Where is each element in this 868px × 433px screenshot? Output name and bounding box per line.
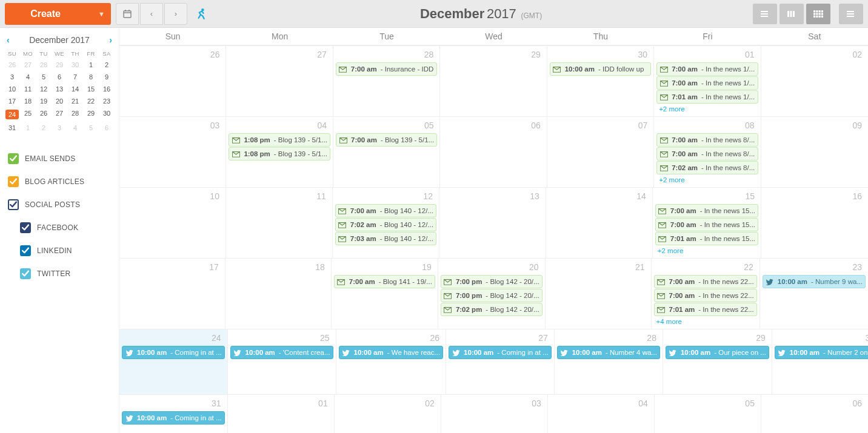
calendar-event[interactable]: 7:00 pm - Blog 142 - 20/... [441,275,542,288]
mini-day[interactable]: 18 [20,95,36,107]
mini-day[interactable]: 9 [99,71,115,83]
calendar-event[interactable]: 10:00 am - Number 2 on ... [775,346,868,359]
mini-day[interactable]: 22 [83,95,99,107]
filter-blog[interactable]: BLOG ARTICLES [8,170,116,193]
more-link[interactable]: +2 more [654,246,760,256]
mini-day[interactable]: 2 [99,59,115,71]
calendar-event[interactable]: 10:00 am - We have reac... [339,346,444,359]
more-link[interactable]: +2 more [655,175,759,185]
calendar-event[interactable]: 7:00 am - Blog 141 - 19/... [334,275,435,288]
calendar-event[interactable]: 7:01 am - In the news 22... [654,303,757,316]
calendar-cell[interactable]: 03 [119,117,226,187]
mini-day[interactable]: 16 [99,83,115,95]
calendar-cell[interactable]: 16 [761,188,868,258]
calendar-cell[interactable]: 041:08 pm - Blog 139 - 5/1...1:08 pm - B… [226,117,333,187]
calendar-cell[interactable]: 29 [440,46,547,116]
view-list-button[interactable] [839,4,863,24]
calendar-cell[interactable]: 06 [440,117,547,187]
filter-twitter[interactable]: TWITTER [20,262,116,285]
filter-facebook[interactable]: FACEBOOK [20,216,116,239]
calendar-event[interactable]: 10:00 am - Our piece on ... [666,346,769,359]
calendar-cell[interactable]: 11 [226,188,333,258]
calendar-cell[interactable]: 21 [546,259,652,329]
more-link[interactable]: +2 more [655,104,759,114]
mini-day[interactable]: 30 [99,107,115,122]
calendar-cell[interactable]: 3010:00 am - IDD follow up [547,46,654,116]
mini-day[interactable]: 4 [67,122,83,134]
calendar-event[interactable]: 7:01 am - In the news 15... [655,232,758,245]
mini-day[interactable]: 11 [20,83,36,95]
mini-day[interactable]: 5 [36,71,52,83]
calendar-event[interactable]: 7:00 am - In the news 22... [654,289,757,302]
calendar-cell[interactable]: 017:00 am - In the news 1/...7:00 am - I… [654,46,761,116]
calendar-cell[interactable]: 3110:00 am - Coming in at ... [119,395,228,433]
calendar-cell[interactable]: 09 [761,117,868,187]
calendar-cell[interactable]: 3010:00 am - Number 2 on ... [772,329,868,394]
calendar-cell[interactable]: 05 [655,395,761,433]
calendar-cell[interactable]: 18 [225,259,332,329]
mini-day[interactable]: 21 [67,95,83,107]
mini-day[interactable]: 17 [4,95,20,107]
mini-day[interactable]: 30 [67,59,83,71]
mini-day[interactable]: 1 [20,122,36,134]
calendar-cell[interactable]: 087:00 am - In the news 8/...7:00 am - I… [654,117,761,187]
mini-day[interactable]: 6 [99,122,115,134]
calendar-event[interactable]: 10:00 am - Coming in at ... [449,346,552,359]
mini-day[interactable]: 1 [83,59,99,71]
calendar-cell[interactable]: 03 [441,395,548,433]
mini-day[interactable]: 28 [36,59,52,71]
mini-day[interactable]: 25 [20,107,36,122]
calendar-cell[interactable]: 197:00 am - Blog 141 - 19/... [332,259,438,329]
calendar-cell[interactable]: 2610:00 am - We have reac... [336,329,447,394]
calendar-cell[interactable]: 207:00 pm - Blog 142 - 20/...7:00 pm - B… [438,259,546,329]
prev-button[interactable]: ‹ [140,3,163,25]
calendar-event[interactable]: 10:00 am - 'Content crea... [230,346,333,359]
calendar-cell[interactable]: 17 [119,259,225,329]
mini-day[interactable]: 27 [52,107,67,122]
calendar-event[interactable]: 7:00 am - Insurance - IDD [336,62,437,76]
mini-day[interactable]: 3 [52,122,67,134]
mini-day[interactable]: 13 [52,83,67,95]
calendar-cell[interactable]: 27 [226,46,333,116]
calendar-cell[interactable]: 04 [548,395,655,433]
mini-day[interactable]: 3 [4,71,20,83]
calendar-cell[interactable]: 2310:00 am - Number 9 wa... [760,259,868,329]
next-button[interactable]: › [164,3,187,25]
calendar-event[interactable]: 7:00 am - In the news 15... [655,218,758,231]
activity-icon[interactable] [192,5,209,22]
view-day-button[interactable] [753,4,777,24]
today-button[interactable] [116,3,139,25]
mini-day[interactable]: 31 [4,122,20,134]
calendar-event[interactable]: 1:08 pm - Blog 139 - 5/1... [229,147,330,160]
calendar-event[interactable]: 10:00 am - Number 4 wa... [557,346,660,359]
mini-day[interactable]: 29 [52,59,67,71]
calendar-cell[interactable]: 02 [335,395,441,433]
calendar-cell[interactable]: 07 [547,117,654,187]
calendar-cell[interactable]: 2410:00 am - Coming in at ... [119,329,228,394]
calendar-event[interactable]: 7:03 am - Blog 140 - 12/... [335,232,436,245]
calendar-event[interactable]: 7:01 am - In the news 1/... [656,90,758,104]
calendar-cell[interactable]: 10 [119,188,226,258]
calendar-cell[interactable]: 01 [228,395,335,433]
mini-day[interactable]: 8 [83,71,99,83]
calendar-cell[interactable]: 2710:00 am - Coming in at ... [446,329,555,394]
mini-day[interactable]: 10 [4,83,20,95]
more-link[interactable]: +4 more [653,317,758,326]
calendar-event[interactable]: 7:00 am - In the news 22... [654,275,757,288]
calendar-event[interactable]: 7:02 am - In the news 8/... [656,161,758,174]
mini-day[interactable]: 24 [4,107,20,122]
calendar-event[interactable]: 7:02 pm - Blog 142 - 20/... [441,303,542,316]
calendar-cell[interactable]: 157:00 am - In the news 15...7:00 am - I… [653,188,761,258]
calendar-event[interactable]: 7:00 pm - Blog 142 - 20/... [441,289,542,302]
mini-day[interactable]: 26 [36,107,52,122]
mini-next[interactable]: › [109,35,112,45]
calendar-cell[interactable]: 287:00 am - Insurance - IDD [333,46,440,116]
view-month-button[interactable] [806,4,830,24]
calendar-event[interactable]: 1:08 pm - Blog 139 - 5/1... [229,133,330,147]
calendar-event[interactable]: 7:02 am - Blog 140 - 12/... [335,218,436,231]
mini-day[interactable]: 5 [83,122,99,134]
calendar-cell[interactable]: 2510:00 am - 'Content crea... [228,329,336,394]
calendar-cell[interactable]: 227:00 am - In the news 22...7:00 am - I… [652,259,760,329]
view-week-button[interactable] [780,4,804,24]
mini-day[interactable]: 28 [67,107,83,122]
